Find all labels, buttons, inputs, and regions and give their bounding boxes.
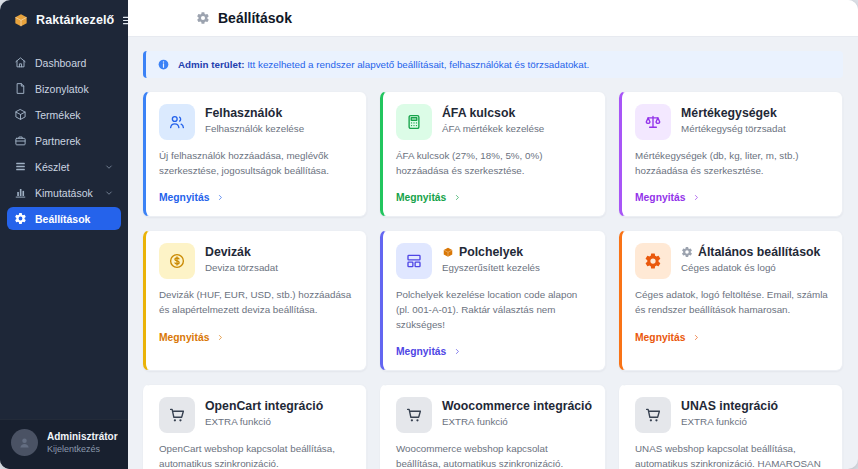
logout-link[interactable]: Kijelentkezés bbox=[47, 444, 118, 454]
card-subtitle: Egyszerűsített kezelés bbox=[442, 262, 540, 273]
banner-bold: Admin terület: bbox=[178, 59, 244, 70]
sidebar-item-icon bbox=[14, 108, 27, 121]
sidebar-item-label: Partnerek bbox=[35, 135, 81, 147]
card-open-link[interactable]: Megnyitás bbox=[396, 192, 462, 203]
settings-card[interactable]: Woocommerce integráció EXTRA funkció Woo… bbox=[380, 384, 606, 469]
card-header: Felhasználók Felhasználók kezelése bbox=[159, 104, 353, 140]
sidebar-item-label: Dashboard bbox=[35, 57, 86, 69]
card-icon-box bbox=[396, 397, 432, 433]
card-description: Új felhasználók hozzáadása, meglévők sze… bbox=[159, 149, 353, 178]
chevron-right-icon bbox=[216, 193, 225, 202]
settings-card[interactable]: OpenCart integráció EXTRA funkció OpenCa… bbox=[143, 384, 367, 469]
card-description: Polchelyek kezelése location code alapon… bbox=[396, 288, 592, 332]
card-description: Woocommerce webshop kapcsolat beállítása… bbox=[396, 442, 592, 469]
card-header: Devizák Deviza törzsadat bbox=[159, 243, 353, 279]
banner-text: Admin terület: Itt kezelheted a rendszer… bbox=[178, 59, 589, 70]
sidebar-item[interactable]: Bizonylatok bbox=[7, 77, 121, 100]
person-icon bbox=[17, 435, 32, 450]
sidebar-logo-row: Raktárkezelő bbox=[0, 0, 128, 38]
card-header: ÁFA kulcsok ÁFA mértékek kezelése bbox=[396, 104, 592, 140]
card-subtitle: EXTRA funkció bbox=[442, 416, 592, 427]
settings-card[interactable]: Felhasználók Felhasználók kezelése Új fe… bbox=[143, 91, 367, 217]
sidebar-item[interactable]: Kimutatások bbox=[7, 181, 121, 204]
card-open-link[interactable]: Megnyitás bbox=[159, 192, 225, 203]
card-description: Céges adatok, logó feltöltése. Email, sz… bbox=[635, 288, 829, 317]
card-icon bbox=[168, 113, 186, 131]
card-icon-box bbox=[635, 104, 671, 140]
card-title: Devizák bbox=[205, 243, 278, 259]
card-subtitle: Mértékegység törzsadat bbox=[681, 123, 786, 134]
card-description: ÁFA kulcsok (27%, 18%, 5%, 0%) hozzáadás… bbox=[396, 149, 592, 178]
sidebar-item-icon bbox=[14, 212, 27, 225]
sidebar-user-box: Adminisztrátor Kijelentkezés bbox=[0, 419, 128, 469]
settings-card[interactable]: UNAS integráció EXTRA funkció UNAS websh… bbox=[619, 384, 843, 469]
card-header: Woocommerce integráció EXTRA funkció bbox=[396, 397, 592, 433]
card-icon bbox=[405, 252, 423, 270]
settings-card[interactable]: Általános beállítások Céges adatok és lo… bbox=[619, 230, 843, 371]
sidebar-item[interactable]: Termékek bbox=[7, 103, 121, 126]
card-subtitle: Deviza törzsadat bbox=[205, 262, 278, 273]
card-title: Általános beállítások bbox=[681, 243, 820, 259]
card-title: OpenCart integráció bbox=[205, 397, 323, 413]
card-open-link[interactable]: Megnyitás bbox=[396, 346, 462, 357]
settings-card[interactable]: ÁFA kulcsok ÁFA mértékek kezelése ÁFA ku… bbox=[380, 91, 606, 217]
settings-cards-grid: Felhasználók Felhasználók kezelése Új fe… bbox=[143, 91, 843, 469]
sidebar-item-icon bbox=[14, 160, 27, 173]
sidebar-item-icon bbox=[14, 186, 27, 199]
card-title: ÁFA kulcsok bbox=[442, 104, 544, 120]
card-icon-box bbox=[159, 397, 195, 433]
card-icon-box bbox=[635, 243, 671, 279]
admin-info-banner: Admin terület: Itt kezelheted a rendszer… bbox=[143, 51, 843, 78]
sidebar-item-icon bbox=[14, 134, 27, 147]
page-header: Beállítások bbox=[128, 0, 858, 37]
settings-card[interactable]: Polchelyek Egyszerűsített kezelés Polche… bbox=[380, 230, 606, 371]
chevron-right-icon bbox=[453, 347, 462, 356]
card-subtitle: Felhasználók kezelése bbox=[205, 123, 304, 134]
sidebar-item-icon bbox=[14, 82, 27, 95]
sidebar-nav: Dashboard Bizonylatok Termékek bbox=[0, 38, 128, 419]
main-area: Beállítások Admin terület: Itt kezelhete… bbox=[128, 0, 858, 469]
card-icon-box bbox=[635, 397, 671, 433]
card-subtitle: Céges adatok és logó bbox=[681, 262, 820, 273]
card-icon-box bbox=[396, 243, 432, 279]
card-open-link[interactable]: Megnyitás bbox=[635, 192, 701, 203]
card-description: UNAS webshop kapcsolat beállítása, autom… bbox=[635, 442, 829, 469]
card-description: OpenCart webshop kapcsolat beállítása, a… bbox=[159, 442, 353, 469]
card-open-link[interactable]: Megnyitás bbox=[159, 332, 225, 343]
sidebar: Raktárkezelő Dashboard Bizonylatok bbox=[0, 0, 128, 469]
content-area: Admin terület: Itt kezelheted a rendszer… bbox=[128, 37, 858, 469]
card-icon bbox=[168, 406, 186, 424]
card-header: Általános beállítások Céges adatok és lo… bbox=[635, 243, 829, 279]
app-title: Raktárkezelő bbox=[36, 13, 114, 27]
card-subtitle: ÁFA mértékek kezelése bbox=[442, 123, 544, 134]
card-title-icon bbox=[681, 246, 693, 258]
card-icon-box bbox=[396, 104, 432, 140]
card-icon bbox=[405, 113, 423, 131]
sidebar-item[interactable]: Partnerek bbox=[7, 129, 121, 152]
card-header: UNAS integráció EXTRA funkció bbox=[635, 397, 829, 433]
sidebar-item[interactable]: Készlet bbox=[7, 155, 121, 178]
card-icon bbox=[405, 406, 423, 424]
settings-card[interactable]: Devizák Deviza törzsadat Devizák (HUF, E… bbox=[143, 230, 367, 371]
card-icon bbox=[644, 406, 662, 424]
sidebar-item[interactable]: Beállítások bbox=[7, 207, 121, 230]
card-header: Polchelyek Egyszerűsített kezelés bbox=[396, 243, 592, 279]
card-title: Felhasználók bbox=[205, 104, 304, 120]
settings-card[interactable]: Mértékegységek Mértékegység törzsadat Mé… bbox=[619, 91, 843, 217]
card-header: Mértékegységek Mértékegység törzsadat bbox=[635, 104, 829, 140]
gear-icon bbox=[196, 11, 210, 25]
chevron-right-icon bbox=[216, 333, 225, 342]
card-icon bbox=[644, 252, 662, 270]
sidebar-item-label: Beállítások bbox=[35, 213, 90, 225]
chevron-down-icon bbox=[104, 188, 114, 198]
sidebar-item-label: Termékek bbox=[35, 109, 81, 121]
card-title: Woocommerce integráció bbox=[442, 397, 592, 413]
card-open-link[interactable]: Megnyitás bbox=[635, 332, 701, 343]
sidebar-item[interactable]: Dashboard bbox=[7, 51, 121, 74]
app-logo-icon bbox=[13, 12, 29, 28]
info-icon bbox=[157, 58, 170, 71]
card-description: Mértékegységek (db, kg, liter, m, stb.) … bbox=[635, 149, 829, 178]
sidebar-item-label: Bizonylatok bbox=[35, 83, 89, 95]
card-title: UNAS integráció bbox=[681, 397, 778, 413]
card-subtitle: EXTRA funkció bbox=[205, 416, 323, 427]
